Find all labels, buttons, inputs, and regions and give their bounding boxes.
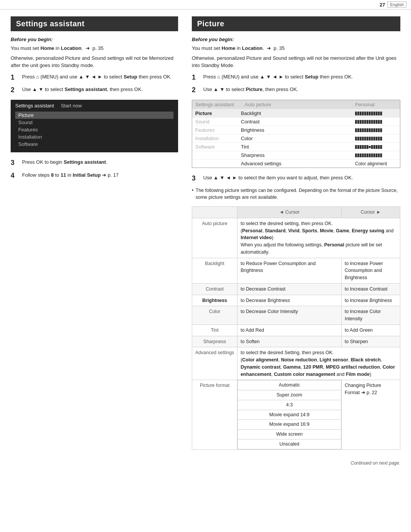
auto-picture-label: Auto picture <box>192 218 237 258</box>
color-right: to Increase Color Intensity <box>341 306 400 325</box>
right-row-bar-backlight <box>355 112 397 115</box>
right-row-sublabel-color: Color <box>241 136 355 141</box>
info-table: ◄ Cursor Cursor ► Auto picture to select… <box>192 206 400 450</box>
bar-contrast <box>355 120 397 124</box>
right-row-bar-contrast <box>355 120 397 124</box>
right-mh-col3: Personal <box>355 102 397 107</box>
format-row-43: 4:3 <box>238 400 341 410</box>
brightness-left: to Decrease Brightness <box>237 295 342 306</box>
left-step-2: 2 Use ▲ ▼ to select Settings assistant, … <box>11 86 178 94</box>
tint-label: Tint <box>192 324 237 336</box>
step-num-4: 4 <box>11 171 19 180</box>
format-automatic: Automatic <box>238 380 341 390</box>
right-step-num-3: 3 <box>192 174 200 183</box>
left-step-3: 3 Press OK to begin Settings assistant. <box>11 158 178 167</box>
step-num-3: 3 <box>11 158 19 167</box>
format-row-super-zoom: Super zoom <box>238 390 341 400</box>
table-row-backlight: Backlight to Reduce Power Consumption an… <box>192 258 400 283</box>
right-section-title: Picture <box>192 16 400 31</box>
menu-header-col2: Start now <box>61 103 82 109</box>
color-left: to Decrease Color Intensity <box>237 306 342 325</box>
bar-sharpness <box>355 153 397 157</box>
left-intro2: Otherwise, personalized Picture and Soun… <box>11 54 178 69</box>
picture-format-right: Changing Picture Format ➜ p. 22 <box>341 380 400 449</box>
right-intro1: You must set Home in Location. ➜ p. 35 <box>192 45 400 52</box>
format-row-movie149: Movie expand 14:9 <box>238 410 341 420</box>
right-row-text-advanced: Color alignment <box>355 161 397 166</box>
right-menu-row-sharpness[interactable]: Sharpness <box>192 151 400 159</box>
left-step-1: 1 Press ⌂ (MENU) and use ▲ ▼ ◄ ► to sele… <box>11 73 178 82</box>
step-num-2: 2 <box>11 86 19 94</box>
right-menu-row-features[interactable]: Features Brightness <box>192 126 400 134</box>
advanced-settings-content: to select the desired Setting, then pres… <box>237 347 400 380</box>
right-steps-3: 3 Use ▲ ▼ ◄ ► to select the item you wan… <box>192 174 400 183</box>
cursor-left-header: ◄ Cursor <box>237 207 342 218</box>
right-mh-col1: Settings assistant <box>195 102 241 107</box>
right-step-3: 3 Use ▲ ▼ ◄ ► to select the item you wan… <box>192 174 400 183</box>
format-movie149: Movie expand 14:9 <box>238 410 341 420</box>
right-step-2: 2 Use ▲ ▼ to select Picture, then press … <box>192 86 400 94</box>
menu-header-col1: Settings assistant <box>15 103 54 109</box>
format-movie169: Movie expand 16:9 <box>238 420 341 430</box>
step-content-3: Press OK to begin Settings assistant. <box>22 158 178 167</box>
sharpness-left: to Soften <box>237 336 342 347</box>
picture-format-label: Picture format <box>192 380 237 449</box>
right-menu-header: Settings assistant Auto picture Personal <box>192 100 400 109</box>
format-wide: Wide screen <box>238 430 341 439</box>
tint-left: to Add Red <box>237 324 342 336</box>
menu-items: Picture Sound Features Installation Soft… <box>15 112 174 148</box>
right-menu-row-sound[interactable]: Sound Contrast <box>192 117 400 126</box>
menu-box-header: Settings assistant Start now <box>15 103 174 109</box>
right-row-label-software: Software <box>195 144 241 150</box>
main-content: Settings assistant Before you begin: You… <box>0 10 411 457</box>
table-row-advanced-settings: Advanced settings to select the desired … <box>192 347 400 380</box>
left-column: Settings assistant Before you begin: You… <box>11 16 178 450</box>
right-column: Picture Before you begin: You must set H… <box>192 16 400 450</box>
right-step-num-1: 1 <box>192 73 200 82</box>
right-row-label-picture: Picture <box>195 110 241 116</box>
step-content-4: Follow steps 8 to 11 in Initial Setup ➜ … <box>22 171 178 180</box>
menu-item-picture[interactable]: Picture <box>15 112 174 119</box>
right-step-content-3: Use ▲ ▼ ◄ ► to select the item you want … <box>203 174 400 183</box>
left-steps-2: 3 Press OK to begin Settings assistant. … <box>11 158 178 180</box>
auto-picture-content: to select the desired setting, then pres… <box>237 218 400 258</box>
bar-backlight <box>355 112 397 115</box>
top-bar: 27 English <box>0 0 411 10</box>
right-row-bar-tint <box>355 145 397 149</box>
table-empty-header <box>192 207 237 218</box>
right-menu-row-advanced[interactable]: Advanced settings Color alignment <box>192 159 400 168</box>
menu-item-sound[interactable]: Sound <box>15 119 174 126</box>
right-row-sublabel-backlight: Backlight <box>241 110 355 116</box>
right-step-num-2: 2 <box>192 86 200 94</box>
table-row-contrast: Contrast to Decrease Contrast to Increas… <box>192 283 400 295</box>
backlight-right: to Increase Power Consumption and Bright… <box>341 258 400 283</box>
right-before-begin: Before you begin: <box>192 37 400 42</box>
format-row-movie169: Movie expand 16:9 <box>238 420 341 430</box>
right-row-sublabel-advanced: Advanced settings <box>241 161 355 166</box>
step-content-2: Use ▲ ▼ to select Settings assistant, th… <box>22 86 178 94</box>
left-steps: 1 Press ⌂ (MENU) and use ▲ ▼ ◄ ► to sele… <box>11 73 178 95</box>
backlight-left: to Reduce Power Consumption and Brightne… <box>237 258 342 283</box>
table-row-auto-picture: Auto picture to select the desired setti… <box>192 218 400 258</box>
table-cursor-header-row: ◄ Cursor Cursor ► <box>192 207 400 218</box>
right-row-sublabel-brightness: Brightness <box>241 127 355 133</box>
bar-brightness <box>355 128 397 132</box>
right-menu-row-software[interactable]: Software Tint <box>192 142 400 151</box>
menu-item-features[interactable]: Features <box>15 126 174 133</box>
table-row-tint: Tint to Add Red to Add Green <box>192 324 400 336</box>
format-row-wide: Wide screen <box>238 430 341 439</box>
right-row-label-features: Features <box>195 127 241 133</box>
menu-item-software[interactable]: Software <box>15 141 174 148</box>
language-badge: English <box>387 2 406 8</box>
page-number: 27 <box>379 2 385 8</box>
right-intro2: Otherwise, personalized Picture and Soun… <box>192 54 400 69</box>
table-row-sharpness: Sharpness to Soften to Sharpen <box>192 336 400 347</box>
right-menu-row-installation[interactable]: Installation Color <box>192 134 400 142</box>
color-label: Color <box>192 306 237 325</box>
bullet-text: The following picture settings can be co… <box>192 187 400 201</box>
advanced-settings-label: Advanced settings <box>192 347 237 380</box>
right-menu-row-picture[interactable]: Picture Backlight <box>192 109 400 117</box>
menu-item-installation[interactable]: Installation <box>15 133 174 141</box>
table-row-picture-format: Picture format Automatic Super zoom 4:3 <box>192 380 400 449</box>
format-row-automatic: Automatic <box>238 380 341 390</box>
